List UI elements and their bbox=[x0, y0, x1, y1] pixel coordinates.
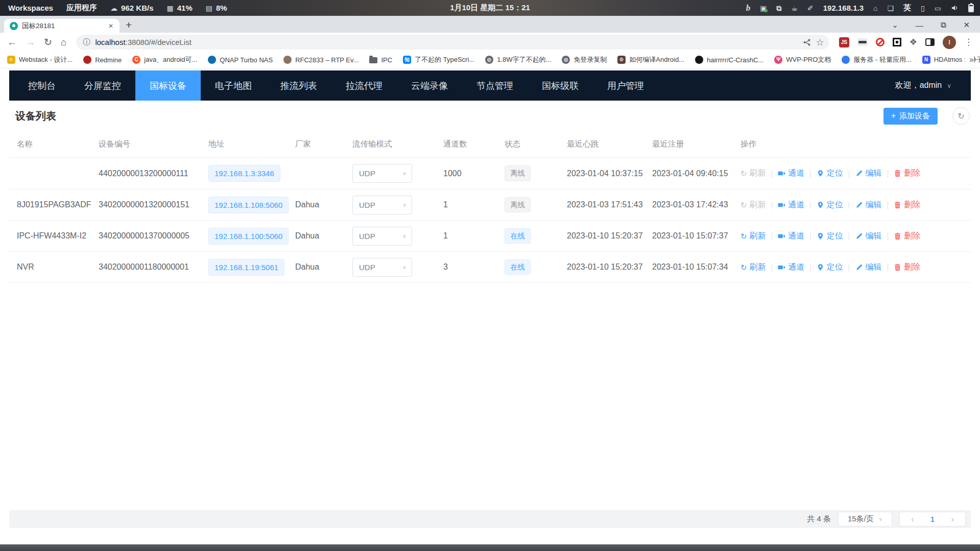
forward-button[interactable]: → bbox=[26, 37, 35, 47]
nav-item-9[interactable]: 国标级联 bbox=[528, 70, 593, 101]
minimize-button[interactable]: — bbox=[916, 21, 923, 30]
home-tray-icon[interactable]: ⌂ bbox=[873, 5, 877, 12]
coffee-tray-icon[interactable]: ☕ bbox=[791, 5, 798, 12]
address-bar[interactable]: ⓘ localhost:38080/#/deviceList ☆ bbox=[76, 35, 829, 50]
bookmark-item[interactable]: Cjava、android可... bbox=[132, 55, 197, 64]
channel-action[interactable]: 通道 bbox=[778, 262, 804, 273]
clipboard-tray-icon[interactable]: ⧉ bbox=[776, 5, 781, 12]
bookmark-item[interactable]: ΨWVP-PRO文档 bbox=[774, 55, 831, 64]
edit-pencil-icon bbox=[855, 263, 863, 271]
nav-item-6[interactable]: 拉流代理 bbox=[331, 70, 397, 101]
refresh-action[interactable]: ↻ 刷新 bbox=[740, 231, 766, 242]
ip-address[interactable]: 192.168.1.3 bbox=[823, 4, 864, 12]
reload-button[interactable]: ↻ bbox=[44, 37, 52, 47]
delete-action[interactable]: 删除 bbox=[894, 168, 920, 179]
applications-button[interactable]: 应用程序 bbox=[66, 3, 97, 13]
nav-item-3[interactable]: 国标设备 bbox=[135, 70, 201, 101]
qr-extension-icon[interactable] bbox=[893, 38, 901, 46]
bookmark-item[interactable]: ◍免登录复制 bbox=[562, 55, 607, 64]
side-panel-icon[interactable] bbox=[925, 38, 935, 46]
refresh-list-button[interactable]: ↻ bbox=[952, 107, 970, 125]
edit-action[interactable]: 编辑 bbox=[855, 231, 882, 242]
edit-action[interactable]: 编辑 bbox=[855, 200, 882, 210]
refresh-action[interactable]: ↻ 刷新 bbox=[740, 168, 766, 179]
edit-action[interactable]: 编辑 bbox=[855, 262, 882, 273]
current-page[interactable]: 1 bbox=[930, 515, 935, 523]
prev-page-button[interactable]: ‹ bbox=[911, 515, 914, 524]
address-tag[interactable]: 192.168.1.100:5060 bbox=[208, 228, 289, 245]
tab-search-icon[interactable]: ⌄ bbox=[892, 20, 898, 30]
locate-action[interactable]: 定位 bbox=[817, 231, 843, 242]
channel-action[interactable]: 通道 bbox=[778, 200, 804, 210]
locate-action[interactable]: 定位 bbox=[817, 262, 843, 273]
stream-mode-select[interactable]: UDP ∨ bbox=[352, 196, 412, 214]
user-agent-extension-icon[interactable] bbox=[857, 38, 868, 46]
edit-action[interactable]: 编辑 bbox=[855, 168, 882, 179]
next-page-button[interactable]: › bbox=[951, 515, 953, 524]
back-button[interactable]: ← bbox=[7, 37, 17, 47]
address-tag[interactable]: 192.168.1.108:5060 bbox=[208, 197, 289, 213]
bookmarks-overflow-icon[interactable]: » bbox=[965, 52, 974, 68]
nav-item-4[interactable]: 电子地图 bbox=[201, 70, 266, 101]
locate-action[interactable]: 定位 bbox=[817, 200, 843, 210]
nav-item-8[interactable]: 节点管理 bbox=[462, 70, 528, 101]
bookmarks-bar: ≡Webstack - 设计...RedmineCjava、android可..… bbox=[0, 52, 980, 68]
stream-mode-select[interactable]: UDP ∨ bbox=[352, 258, 412, 277]
bing-tray-icon[interactable]: b bbox=[746, 4, 751, 12]
site-info-icon[interactable]: ⓘ bbox=[83, 38, 90, 47]
clock[interactable]: 1月10日 星期二 15：21 bbox=[450, 3, 530, 13]
display-icon[interactable]: ▭ bbox=[935, 5, 941, 12]
browser-tab[interactable]: 国标28181 ✕ bbox=[4, 19, 119, 33]
restore-button[interactable]: ⧉ bbox=[941, 20, 946, 30]
channel-action[interactable]: 通道 bbox=[778, 231, 804, 242]
bookmark-star-icon[interactable]: ☆ bbox=[816, 37, 824, 48]
workspaces-button[interactable]: Workspaces bbox=[8, 4, 53, 12]
bookmark-item[interactable]: 知了不起的 TypeScri... bbox=[403, 55, 474, 64]
bookmark-item[interactable]: ◍1.8W字了不起的... bbox=[485, 55, 551, 64]
new-tab-button[interactable]: + bbox=[126, 18, 132, 32]
stream-mode-select[interactable]: UDP ∨ bbox=[352, 164, 412, 183]
bookmark-item[interactable]: QNAP Turbo NAS bbox=[208, 56, 273, 64]
battery-icon[interactable] bbox=[968, 4, 974, 12]
workspace-grid-icon[interactable]: ❏ bbox=[887, 5, 894, 12]
input-language-indicator[interactable]: 英 bbox=[903, 3, 911, 13]
adblock-extension-icon[interactable] bbox=[876, 38, 885, 46]
notes-tray-icon[interactable]: ▣ bbox=[760, 5, 767, 12]
channel-action[interactable]: 通道 bbox=[778, 168, 804, 179]
nav-item-2[interactable]: 分屏监控 bbox=[70, 70, 135, 101]
tab-close-icon[interactable]: ✕ bbox=[106, 21, 115, 31]
nav-item-5[interactable]: 推流列表 bbox=[266, 70, 331, 101]
refresh-action[interactable]: ↻ 刷新 bbox=[740, 262, 766, 273]
address-tag[interactable]: 192.168.1.3:3346 bbox=[208, 165, 280, 182]
stream-mode-select[interactable]: UDP ∨ bbox=[352, 227, 412, 246]
bookmark-item[interactable]: ⚙如何编译Android... bbox=[617, 55, 684, 64]
refresh-action[interactable]: ↻ 刷新 bbox=[740, 200, 766, 210]
js-extension-icon[interactable]: JS bbox=[839, 37, 849, 47]
nav-item-7[interactable]: 云端录像 bbox=[397, 70, 462, 101]
bookmark-item[interactable]: ≡Webstack - 设计... bbox=[7, 55, 73, 64]
color-picker-tray-icon[interactable]: ✐ bbox=[807, 5, 814, 12]
address-tag[interactable]: 192.168.1.19:5061 bbox=[208, 259, 284, 276]
home-button[interactable]: ⌂ bbox=[61, 37, 66, 47]
bookmark-item[interactable]: hairrrrr/C-CrashC... bbox=[695, 56, 763, 64]
locate-action[interactable]: 定位 bbox=[817, 168, 843, 179]
user-menu[interactable]: 欢迎，admin ∨ bbox=[895, 70, 971, 101]
bookmark-item[interactable]: IPC bbox=[369, 56, 392, 64]
share-icon[interactable] bbox=[803, 38, 811, 46]
volume-icon[interactable] bbox=[951, 4, 959, 12]
page-size-select[interactable]: 15条/页 ∨ bbox=[838, 512, 892, 526]
profile-avatar[interactable]: I bbox=[943, 36, 956, 49]
delete-action[interactable]: 删除 bbox=[894, 262, 920, 273]
add-device-button[interactable]: + 添加设备 bbox=[883, 108, 938, 125]
bookmark-item[interactable]: Redmine bbox=[83, 56, 122, 64]
extensions-icon[interactable]: ❖ bbox=[910, 37, 917, 47]
delete-action[interactable]: 删除 bbox=[894, 231, 920, 242]
nav-item-1[interactable]: 控制台 bbox=[14, 70, 70, 101]
close-button[interactable]: ✕ bbox=[963, 20, 970, 30]
nav-item-10[interactable]: 用户管理 bbox=[593, 70, 658, 101]
delete-action[interactable]: 删除 bbox=[894, 200, 920, 210]
bookmark-item[interactable]: 服务器 - 轻量应用... bbox=[842, 55, 911, 64]
bookmark-item[interactable]: RFC2833 – RTP Ev... bbox=[283, 56, 358, 64]
browser-menu-icon[interactable]: ⋮ bbox=[964, 37, 973, 47]
phone-link-icon[interactable]: ▯ bbox=[921, 5, 925, 12]
